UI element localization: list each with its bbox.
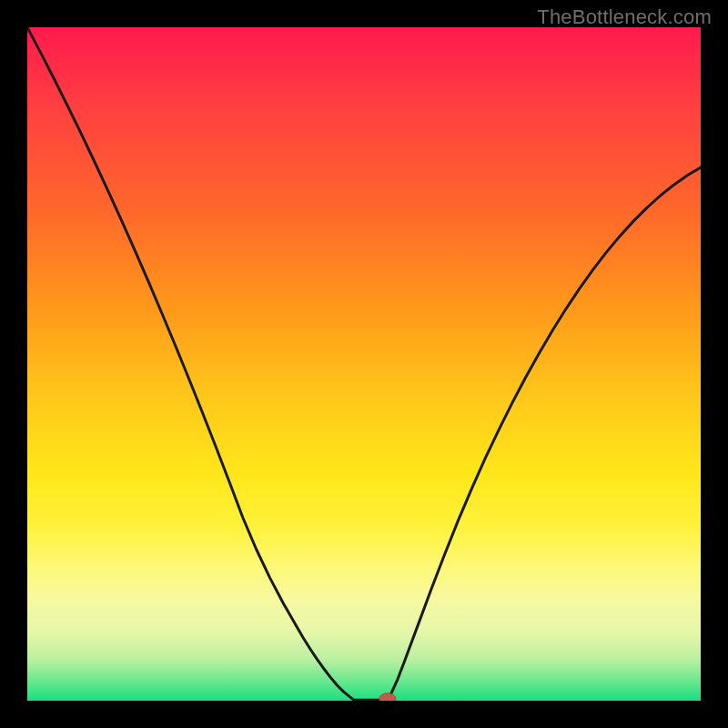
watermark-label: TheBottleneck.com <box>537 5 712 29</box>
minimum-marker <box>379 693 396 701</box>
curve-path <box>27 27 701 700</box>
chart-frame: TheBottleneck.com <box>0 0 728 728</box>
bottleneck-curve <box>27 27 701 701</box>
plot-area <box>27 27 701 701</box>
